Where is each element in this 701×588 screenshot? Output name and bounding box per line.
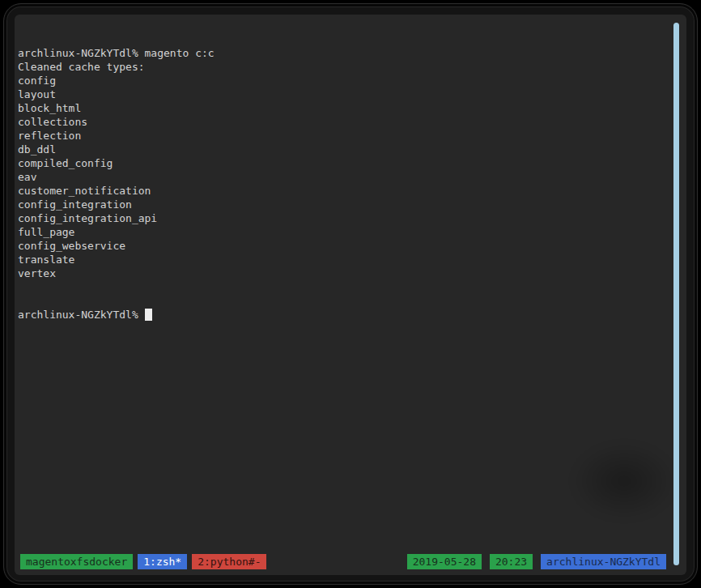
prompt-line: archlinux-NGZkYTdl% [18,308,670,322]
terminal-line: full_page [18,225,670,239]
status-bar-right: 2019-05-2820:23archlinux-NGZkYTdl [407,554,666,569]
shell-prompt: archlinux-NGZkYTdl% [18,308,138,322]
terminal-screen[interactable]: archlinux-NGZkYTdl% magento c:cCleaned c… [15,15,686,575]
status-badge-window-tab[interactable]: 1:zsh* [138,554,187,569]
terminal-line: config_integration [18,198,670,211]
terminal-line: archlinux-NGZkYTdl% magento c:c [18,46,670,60]
terminal-line: compiled_config [18,156,670,170]
terminal-output: archlinux-NGZkYTdl% magento c:cCleaned c… [18,19,670,349]
status-badge-date: 2019-05-28 [407,554,482,569]
terminal-output-lines: archlinux-NGZkYTdl% magento c:cCleaned c… [18,46,670,280]
terminal-line: eav [18,170,670,184]
terminal-line: config [18,74,670,87]
status-badge-session-name: magentoxfsdocker [20,554,133,569]
terminal-line: Cleaned cache types: [18,60,670,74]
terminal-line: reflection [18,129,670,143]
terminal-line: db_ddl [18,143,670,156]
terminal-window: archlinux-NGZkYTdl% magento c:cCleaned c… [3,3,698,585]
terminal-line: customer_notification [18,184,670,198]
tmux-status-bar: magentoxfsdocker1:zsh*2:python#- 2019-05… [20,554,666,569]
status-badge-hostname: archlinux-NGZkYTdl [541,554,666,569]
terminal-line: block_html [18,101,670,115]
terminal-line: collections [18,115,670,129]
screen-smudge [571,442,677,520]
terminal-cursor [145,309,152,321]
status-badge-window-tab[interactable]: 2:python#- [192,554,266,569]
terminal-line: translate [18,253,670,266]
scrollbar-thumb[interactable] [673,23,679,565]
desktop-background: archlinux-NGZkYTdl% magento c:cCleaned c… [0,0,701,588]
terminal-line: vertex [18,266,670,280]
terminal-line: config_webservice [18,239,670,253]
status-badge-time: 20:23 [490,554,533,569]
terminal-line: config_integration_api [18,211,670,225]
terminal-line: layout [18,87,670,101]
status-bar-left: magentoxfsdocker1:zsh*2:python#- [20,554,266,569]
